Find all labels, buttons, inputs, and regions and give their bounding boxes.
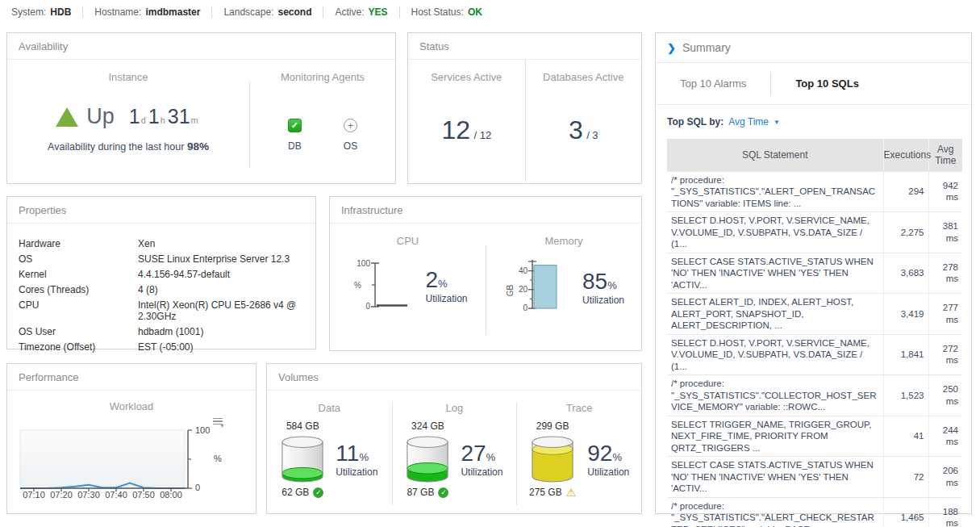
property-label: Kernel [19,269,138,280]
databases-active-section: Databases Active 3 / 3 [525,60,642,183]
volumes-body: Data 584 GB 62 GB ✓ [267,391,641,513]
system-value: HDB [50,6,71,18]
sql-row[interactable]: SELECT CASE STATS.ACTIVE_STATUS WHEN 'NO… [667,253,962,294]
cpu-utilization-block: 2% Utilization [425,267,467,304]
summary-title: Summary [682,41,731,54]
memory-axis-unit: GB [506,284,515,296]
landscape-item: Landscape: second [212,6,323,18]
active-label: Active: [335,6,364,18]
cpu-utilization-value: 2 [425,267,438,292]
availability-panel-title: Availability [7,33,395,60]
properties-list: Hardware Xen OS SUSE Linux Enterprise Se… [7,224,315,353]
sql-executions-cell: 41 [883,416,928,457]
memory-usage-bar [534,266,557,308]
volume-cylinder-column: 584 GB 62 GB ✓ ⚠ [281,420,324,498]
sql-executions-cell: 3,419 [883,294,928,335]
uptime-hours-unit: h [161,115,165,125]
monitoring-agents-section: Monitoring Agents ✓ DB + OS [249,82,395,169]
sql-avgtime-cell: 942 ms [928,171,962,212]
memory-section: Memory 40 20 0 GB [486,245,641,335]
volume-used-row: 62 GB ✓ ⚠ [281,487,323,498]
top-sql-filter-row: Top SQL by: Avg Time ▼ [656,105,971,139]
sql-avgtime-cell: 206 ms [928,457,962,498]
uptime-hours: 1 [148,105,160,128]
sql-row[interactable]: /* procedure: "_SYS_STATISTICS"."ALERT_C… [667,497,962,527]
hostname-item: Hostname: imdbmaster [83,6,212,18]
executions-header[interactable]: Executions [883,139,928,171]
status-body: Services Active 12 / 12 Databases Active… [408,60,641,183]
volume-utilization-value: 27 [461,441,486,466]
uptime: 1 d 1 h 31 m [129,105,201,128]
tab-top-10-alarms[interactable]: Top 10 Alarms [656,77,770,90]
avg-time-header[interactable]: Avg Time [928,139,962,171]
cpu-mini-chart: 100 0 % [348,255,411,316]
sql-statement-cell: SELECT ALERT_ID, INDEX, ALERT_HOST, ALER… [667,294,883,335]
sql-row[interactable]: SELECT TRIGGER_NAME, TRIGGER_GROUP, NEXT… [667,416,962,457]
sql-row[interactable]: SELECT D.HOST, V.PORT, V.SERVICE_NAME, V… [667,334,962,375]
databases-active-total: / 3 [586,129,598,141]
volume-cylinder-column: 299 GB 275 GB ✓ ⚠ [529,420,576,498]
sql-row[interactable]: /* procedure: "_SYS_STATISTICS"."ALERT_O… [667,171,962,212]
memory-utilization-label: Utilization [582,295,624,306]
ok-check-icon: ✓ [438,487,448,498]
property-row: Cores (Threads) 4 (8) [19,284,315,295]
properties-panel-title: Properties [7,197,315,224]
cpu-axis-unit: % [354,281,361,290]
collapse-chevron-icon[interactable]: ❯ [667,42,676,54]
os-agent-plus-icon[interactable]: + [344,119,357,132]
property-value: Xen [138,238,315,249]
top-sql-by-label: Top SQL by: [667,116,724,128]
active-value: YES [369,6,388,18]
sql-executions-cell: 2,275 [883,212,928,253]
dropdown-caret-icon[interactable]: ▼ [774,119,780,126]
cpu-header: CPU [330,235,486,247]
active-item: Active: YES [323,6,399,18]
db-agent: ✓ DB [288,119,302,152]
sql-avgtime-cell: 277 ms [928,294,962,335]
sql-statement-cell: SELECT TRIGGER_NAME, TRIGGER_GROUP, NEXT… [667,416,883,457]
warning-icon: ⚠ [566,487,577,498]
host-status-item: Host Status: OK [400,6,494,18]
volume-cylinder-icon [406,435,449,483]
sql-row[interactable]: SELECT D.HOST, V.PORT, V.SERVICE_NAME, V… [667,212,962,253]
sql-row[interactable]: /* procedure: "_SYS_STATISTICS"."COLLECT… [667,375,962,416]
cpu-axis-0: 0 [366,302,371,311]
sql-statement-cell: /* procedure: "_SYS_STATISTICS"."ALERT_C… [667,497,883,527]
cpu-section: CPU 100 0 % 2% Utilization [330,224,486,349]
volume-utilization-label: Utilization [336,466,377,478]
memory-gauge-row: 40 20 0 GB 85% Utilization [486,255,641,320]
memory-bar-chart: 40 20 0 GB [503,255,568,320]
volume-utilization-value: 92 [587,441,612,466]
property-value: SUSE Linux Enterprise Server 12.3 [138,253,315,265]
volume-utilization-unit: % [359,451,369,463]
volume-header: Log [393,402,517,414]
availability-caption-text: Availability during the last hour [48,141,184,153]
volume-used: 62 GB [281,487,309,498]
db-agent-label: DB [288,140,302,152]
sql-statement-cell: SELECT CASE STATS.ACTIVE_STATUS WHEN 'NO… [667,457,883,498]
cpu-gauge-row: 100 0 % 2% Utilization [330,255,486,316]
workload-y-100: 100 [195,425,210,435]
volume-utilization-block: 92% Utilization [587,441,629,478]
sql-executions-cell: 1,841 [883,334,928,375]
volume-utilization-label: Utilization [461,466,503,478]
sql-statement-header[interactable]: SQL Statement [667,139,883,171]
volume-inner: 299 GB 275 GB ✓ ⚠ [517,420,641,498]
sql-row[interactable]: SELECT ALERT_ID, INDEX, ALERT_HOST, ALER… [667,294,962,335]
hostname-label: Hostname: [94,6,141,18]
top-sql-by-value[interactable]: Avg Time [728,116,769,128]
instance-header: Instance [7,71,249,83]
tab-top-10-sqls[interactable]: Top 10 SQLs [771,77,883,90]
uptime-days: 1 [129,105,140,128]
performance-panel: Performance Workload ▼ 100 0 % 07:10 07:… [6,363,256,514]
sql-row[interactable]: SELECT CASE STATS.ACTIVE_STATUS WHEN 'NO… [667,457,962,498]
sql-executions-cell: 294 [883,171,928,212]
up-triangle-icon [56,107,78,127]
instance-state-row: Up 1 d 1 h 31 m [7,104,249,129]
volume-utilization-unit: % [612,451,622,463]
volume-total: 324 GB [411,420,444,432]
property-row: CPU Intel(R) Xeon(R) CPU E5-2686 v4 @ 2.… [19,299,315,322]
memory-axis-40: 40 [519,266,528,275]
services-active-total: / 12 [473,129,491,141]
property-label: CPU [19,299,138,322]
